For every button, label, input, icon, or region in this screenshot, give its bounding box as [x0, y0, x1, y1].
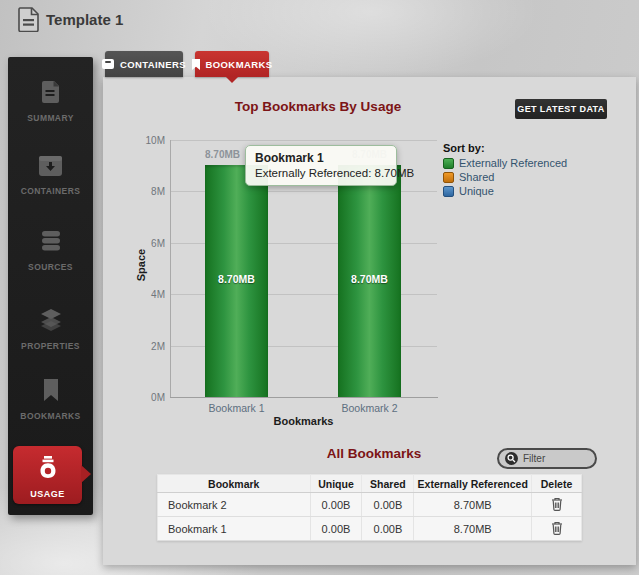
- y-tick-label: 4M: [121, 289, 165, 300]
- col-header-delete: Delete: [532, 475, 582, 493]
- bar-value-label: 8.70MB: [338, 273, 401, 285]
- get-latest-data-button[interactable]: GET LATEST DATA: [515, 99, 607, 119]
- gridline: [170, 140, 437, 141]
- bookmarks-ribbon-icon: [8, 379, 93, 405]
- sidebar-item-usage[interactable]: USAGE: [13, 446, 82, 504]
- usage-panel: Top Bookmarks By Usage GET LATEST DATA S…: [103, 77, 636, 565]
- x-axis-title: Bookmarks: [170, 415, 437, 427]
- sidebar-item-summary[interactable]: SUMMARY: [8, 81, 93, 123]
- tab-label: BOOKMARKS: [206, 59, 273, 70]
- summary-document-icon: [8, 81, 93, 107]
- legend-label: Externally Referenced: [459, 157, 567, 169]
- properties-layers-icon: [8, 309, 93, 335]
- legend-label: Unique: [459, 185, 494, 197]
- legend-label: Shared: [459, 171, 494, 183]
- y-tick-label: 0M: [121, 392, 165, 403]
- cell-bookmark-name: Bookmark 1: [158, 517, 311, 541]
- template-document-icon: [18, 7, 39, 36]
- sidebar: SUMMARY CONTAINERS SOURCES PROPERTIES BO…: [8, 57, 93, 515]
- legend-swatch-green: [443, 158, 454, 169]
- tooltip-text: Externally Referenced: 8.70MB: [255, 167, 387, 179]
- table-row: Bookmark 2 0.00B 0.00B 8.70MB: [158, 493, 582, 517]
- col-header-bookmark: Bookmark: [158, 475, 311, 493]
- sidebar-item-bookmarks[interactable]: BOOKMARKS: [8, 379, 93, 421]
- page-title: Template 1: [46, 11, 123, 28]
- tab-label: CONTAINERS: [120, 59, 186, 70]
- app-window: Template 1 SUMMARY CONTAINERS SOURCES PR…: [0, 0, 639, 575]
- tooltip-title: Bookmark 1: [255, 151, 387, 165]
- chart-legend: Sort by: Externally Referenced Shared Un…: [443, 142, 567, 199]
- chart-title: Top Bookmarks By Usage: [168, 99, 468, 114]
- y-tick-label: 10M: [121, 135, 165, 146]
- cell-delete: [532, 493, 582, 517]
- cell-shared: 0.00B: [362, 493, 414, 517]
- legend-item-shared[interactable]: Shared: [443, 171, 567, 183]
- y-tick-label: 2M: [121, 341, 165, 352]
- sources-database-icon: [8, 231, 93, 256]
- sidebar-item-sources[interactable]: SOURCES: [8, 231, 93, 272]
- table-header-row: Bookmark Unique Shared Externally Refere…: [158, 475, 582, 493]
- y-tick-label: 6M: [121, 238, 165, 249]
- filter-input[interactable]: [523, 453, 589, 464]
- col-header-externally-referenced: Externally Referenced: [414, 475, 532, 493]
- chart-tooltip: Bookmark 1 Externally Referenced: 8.70MB: [245, 145, 397, 186]
- legend-title: Sort by:: [443, 142, 567, 154]
- cell-externally-referenced: 8.70MB: [414, 493, 532, 517]
- sidebar-item-containers[interactable]: CONTAINERS: [8, 156, 93, 196]
- tab-containers-icon: [102, 59, 114, 69]
- sidebar-item-label: SUMMARY: [8, 113, 93, 123]
- legend-item-unique[interactable]: Unique: [443, 185, 567, 197]
- sidebar-item-properties[interactable]: PROPERTIES: [8, 309, 93, 351]
- delete-bookmark-button[interactable]: [551, 521, 563, 535]
- cell-bookmark-name: Bookmark 2: [158, 493, 311, 517]
- x-category-label: Bookmark 1: [205, 402, 268, 414]
- filter-field: [497, 448, 597, 469]
- col-header-unique: Unique: [310, 475, 362, 493]
- sidebar-item-label: PROPERTIES: [8, 341, 93, 351]
- usage-active-arrow: [81, 465, 91, 483]
- cell-shared: 0.00B: [362, 517, 414, 541]
- sidebar-item-label: BOOKMARKS: [8, 411, 93, 421]
- tab-bookmarks-icon: [192, 59, 200, 70]
- tab-bookmarks[interactable]: BOOKMARKS: [195, 51, 269, 77]
- usage-weight-icon: [13, 455, 82, 485]
- col-header-shared: Shared: [362, 475, 414, 493]
- legend-swatch-blue: [443, 186, 454, 197]
- table-row: Bookmark 1 0.00B 0.00B 8.70MB: [158, 517, 582, 541]
- tab-containers[interactable]: CONTAINERS: [105, 51, 183, 77]
- sidebar-item-label: CONTAINERS: [8, 186, 93, 196]
- cell-unique: 0.00B: [310, 517, 362, 541]
- delete-bookmark-button[interactable]: [551, 497, 563, 511]
- legend-swatch-orange: [443, 172, 454, 183]
- cell-unique: 0.00B: [310, 493, 362, 517]
- cell-delete: [532, 517, 582, 541]
- search-icon: [505, 452, 518, 465]
- legend-item-externally-referenced[interactable]: Externally Referenced: [443, 157, 567, 169]
- sidebar-item-label: SOURCES: [8, 262, 93, 272]
- y-axis-line: [170, 140, 171, 398]
- bar-value-label: 8.70MB: [205, 273, 268, 285]
- bookmarks-table: Bookmark Unique Shared Externally Refere…: [157, 474, 582, 541]
- cell-externally-referenced: 8.70MB: [414, 517, 532, 541]
- active-tab-notch: [226, 77, 238, 83]
- containers-box-icon: [8, 156, 93, 180]
- table-title: All Bookmarks: [274, 446, 474, 461]
- sidebar-item-label: USAGE: [13, 489, 82, 499]
- x-category-label: Bookmark 2: [338, 402, 401, 414]
- x-axis-line: [170, 397, 438, 398]
- y-tick-label: 8M: [121, 186, 165, 197]
